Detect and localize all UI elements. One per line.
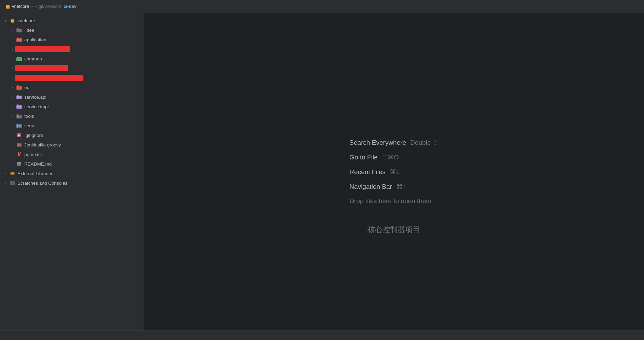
main-content: ▾ ◼ vnetcore › IJ .idea › <box>0 13 644 330</box>
application-folder-icon <box>16 37 23 42</box>
chevron-right-icon: › <box>3 171 8 176</box>
editor-hints: Search Everywhere Double ⇧ Go to File ⇧⌘… <box>349 139 438 205</box>
root-folder-icon: ◼ <box>9 18 16 23</box>
sidebar-item-tools[interactable]: › ⚙ tools <box>0 111 144 121</box>
sidebar-item-application[interactable]: › application <box>0 35 144 44</box>
sidebar-item-scratches[interactable]: › Scratches and Consoles <box>0 178 144 188</box>
sidebar-item-readme[interactable]: › README.md <box>0 159 144 169</box>
editor-area: Search Everywhere Double ⇧ Go to File ⇧⌘… <box>144 13 644 330</box>
venv-folder-icon <box>16 123 23 128</box>
svg-point-38 <box>17 145 19 146</box>
editor-watermark: 核心控制器项目 <box>367 225 420 235</box>
tools-label: tools <box>24 114 34 119</box>
pom-icon: V <box>16 152 23 157</box>
sidebar-item-service-impl[interactable]: › service.impl <box>0 102 144 111</box>
hint-search-everywhere: Search Everywhere Double ⇧ <box>349 139 438 146</box>
sidebar-item-service-api[interactable]: › service.api <box>0 92 144 102</box>
hint-action-drop: Drop files here to open them <box>349 197 431 205</box>
svg-rect-21 <box>19 96 21 98</box>
svg-rect-8 <box>19 39 21 41</box>
hint-recent-files: Recent Files ⌘E <box>349 168 438 176</box>
project-sidebar: ▾ ◼ vnetcore › IJ .idea › <box>0 13 144 330</box>
sidebar-item-idea[interactable]: › IJ .idea <box>0 25 144 35</box>
out-label: out <box>24 85 31 90</box>
hint-navigation-bar: Navigation Bar ⌘↑ <box>349 183 438 190</box>
chevron-down-icon: ▾ <box>3 18 8 23</box>
svg-rect-27 <box>17 114 18 115</box>
sidebar-item-gitignore[interactable]: › ◆ .gitignore <box>0 130 144 140</box>
chevron-right-icon: › <box>10 104 15 109</box>
idea-folder-icon: IJ <box>16 27 23 33</box>
sidebar-item-redacted-2[interactable]: › ∞ <box>0 63 144 73</box>
hint-shortcut-goto: ⇧⌘O <box>382 153 399 161</box>
readme-icon <box>16 161 23 167</box>
svg-rect-24 <box>17 106 19 108</box>
chevron-right-icon: › <box>10 75 15 81</box>
sidebar-item-common[interactable]: › common <box>0 54 144 63</box>
chevron-right-icon: › <box>10 85 15 90</box>
sidebar-item-pom[interactable]: › V pom.xml <box>0 150 144 159</box>
chevron-right-icon: › <box>3 180 8 186</box>
gitignore-label: .gitignore <box>24 133 43 138</box>
svg-rect-17 <box>17 85 18 86</box>
redacted-bar-2 <box>15 65 68 71</box>
sidebar-item-jenkinsfile[interactable]: › Jenkinsfile.groovy <box>0 140 144 150</box>
scratches-icon <box>9 180 16 186</box>
svg-rect-45 <box>17 165 19 165</box>
pom-label: pom.xml <box>24 152 42 157</box>
svg-rect-33 <box>18 125 19 127</box>
jenkinsfile-icon <box>16 142 23 147</box>
venv-label: venv <box>24 123 34 128</box>
hint-action-search: Search Everywhere <box>349 139 406 146</box>
chevron-right-icon: › <box>10 123 15 128</box>
svg-rect-43 <box>17 162 21 163</box>
sidebar-item-venv[interactable]: › venv <box>0 121 144 130</box>
svg-rect-7 <box>17 39 19 41</box>
service-api-label: service.api <box>24 95 46 100</box>
svg-rect-13 <box>17 58 21 60</box>
sidebar-item-redacted-1[interactable]: › <box>0 44 144 54</box>
chevron-right-icon: › <box>10 37 15 42</box>
chevron-right-icon: › <box>10 56 15 61</box>
title-bar-text: ◼ vnetcore – ~/git/vnetcore ci-dev <box>5 3 77 10</box>
readme-label: README.md <box>24 161 52 167</box>
chevron-right-icon: › <box>10 46 15 52</box>
out-folder-icon <box>16 85 23 90</box>
svg-text:⚙: ⚙ <box>17 115 19 118</box>
title-bar: ◼ vnetcore – ~/git/vnetcore ci-dev <box>0 0 644 13</box>
svg-rect-48 <box>11 173 13 174</box>
root-label: vnetcore <box>17 18 35 23</box>
sidebar-item-root[interactable]: ▾ ◼ vnetcore <box>0 16 144 25</box>
hint-drop-files: Drop files here to open them <box>349 197 438 205</box>
svg-rect-16 <box>16 86 22 90</box>
hint-shortcut-recent: ⌘E <box>390 168 401 176</box>
sidebar-item-out[interactable]: › out <box>0 83 144 92</box>
svg-rect-2 <box>17 28 18 29</box>
project-path: – ~/git/vnetcore <box>31 4 62 9</box>
hint-shortcut-nav: ⌘↑ <box>396 183 406 190</box>
sidebar-item-external-libraries[interactable]: › External Libraries <box>0 169 144 178</box>
service-impl-folder-icon <box>16 104 23 109</box>
chevron-right-icon: › <box>10 113 15 119</box>
redacted-bar-3 <box>15 75 83 81</box>
svg-rect-30 <box>16 124 18 125</box>
svg-rect-20 <box>17 96 19 98</box>
jenkinsfile-label: Jenkinsfile.groovy <box>24 142 61 147</box>
project-icon: ◼ <box>5 3 10 10</box>
hint-action-recent: Recent Files <box>349 168 386 176</box>
common-folder-icon <box>16 56 23 61</box>
scratches-label: Scratches and Consoles <box>17 181 67 186</box>
svg-rect-32 <box>19 125 21 127</box>
chevron-right-icon: › <box>10 66 15 71</box>
hint-shortcut-search: Double ⇧ <box>410 139 438 146</box>
svg-text:IJ: IJ <box>18 30 19 32</box>
svg-rect-44 <box>17 164 21 164</box>
project-name: vnetcore <box>12 4 29 9</box>
bottom-bar <box>0 330 644 340</box>
svg-point-39 <box>19 144 21 145</box>
svg-rect-6 <box>17 38 18 39</box>
sidebar-item-redacted-3[interactable]: › <box>0 73 144 83</box>
hint-action-goto: Go to File <box>349 154 377 161</box>
chevron-right-icon: › <box>10 27 15 33</box>
gitignore-icon: ◆ <box>16 132 23 138</box>
